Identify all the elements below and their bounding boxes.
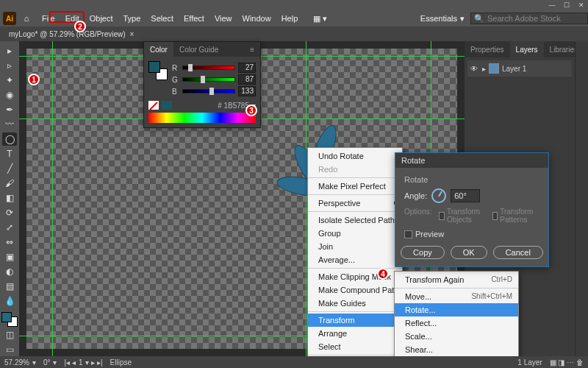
draw-mode-icon[interactable]: ◫ [2, 328, 17, 342]
value-b[interactable]: 133 [238, 86, 256, 96]
lasso-tool[interactable]: ◉ [2, 88, 17, 102]
value-r[interactable]: 27 [238, 63, 256, 73]
menu-type[interactable]: Type [118, 14, 146, 23]
menu-effect[interactable]: Effect [179, 14, 209, 23]
mi-group[interactable]: Group [308, 227, 402, 240]
disclosure-icon[interactable]: ▸ [482, 65, 486, 73]
mi-undo[interactable]: Undo Rotate [308, 149, 402, 163]
selection-tool[interactable]: ▸ [2, 44, 17, 57]
menu-object[interactable]: Object [85, 14, 118, 23]
layer-row[interactable]: 👁 ▸ Layer 1 [467, 60, 572, 77]
search-stock[interactable]: 🔍 Search Adobe Stock [470, 13, 588, 24]
annotation-badge-2: 2 [74, 21, 86, 32]
eraser-tool[interactable]: ◧ [2, 191, 17, 205]
curvature-tool[interactable]: 〰 [2, 118, 17, 131]
mi-perspective[interactable]: Perspective▸ [308, 197, 402, 210]
slider-r[interactable]: R 27 [172, 63, 256, 73]
close-icon[interactable]: × [130, 30, 135, 38]
arrange-docs-icon[interactable]: ▦ ▾ [313, 14, 327, 24]
tab-color-guide[interactable]: Color Guide [173, 42, 224, 57]
layer-name[interactable]: Layer 1 [502, 65, 526, 73]
status-bar: 57.29% ▾ 0° ▾ |◂ ◂ 1 ▾ ▸ ▸| Ellipse 1 La… [0, 356, 588, 368]
panel-menu-icon[interactable]: ≡ [244, 42, 260, 57]
menu-select[interactable]: Select [146, 14, 179, 23]
fill-swatch[interactable] [1, 312, 12, 322]
none-swatch[interactable] [148, 101, 159, 110]
menu-view[interactable]: View [209, 14, 237, 23]
tab-properties[interactable]: Properties [465, 41, 510, 57]
mi-shear[interactable]: Shear... [395, 343, 518, 356]
menu-file[interactable]: File [37, 14, 60, 23]
slider-g[interactable]: G 87 [172, 74, 256, 85]
paintbrush-tool[interactable]: 🖌 [2, 177, 17, 190]
mi-transform[interactable]: Transform▸ [308, 314, 402, 327]
layer-thumbnail [489, 63, 499, 74]
menu-help[interactable]: Help [276, 14, 304, 23]
mi-scale[interactable]: Scale... [395, 330, 518, 343]
rotate-dialog[interactable]: Rotate Rotate Angle: 60° Options: Transf… [395, 152, 549, 267]
mi-average[interactable]: Average... [308, 253, 402, 266]
home-icon[interactable]: ⌂ [21, 14, 32, 23]
mi-transform-again[interactable]: Transform AgainCtrl+D [395, 273, 518, 286]
workspace-switcher[interactable]: Essentials▾ [415, 14, 470, 24]
zoom-level[interactable]: 57.29% ▾ [4, 358, 36, 367]
options-label: Options: [404, 208, 431, 224]
mi-join[interactable]: Join [308, 240, 402, 253]
mi-arrange[interactable]: Arrange▸ [308, 327, 402, 340]
free-transform-tool[interactable]: ▣ [2, 250, 17, 263]
status-icons[interactable]: ▦ ◨ ⋯ 🗑 [550, 358, 584, 367]
angle-dial[interactable] [431, 188, 446, 203]
rotate-tool[interactable]: ⟳ [2, 206, 17, 219]
ok-button[interactable]: OK [451, 246, 487, 259]
color-panel[interactable]: Color Color Guide ≡ R 27 G 87 [143, 41, 261, 128]
direct-selection-tool[interactable]: ▹ [2, 59, 17, 72]
minimize-button[interactable]: — [548, 1, 556, 9]
fill-swatch[interactable] [148, 61, 160, 73]
maximize-button[interactable]: ☐ [563, 1, 570, 9]
cancel-button[interactable]: Cancel [493, 246, 543, 259]
spectrum-picker[interactable] [148, 113, 256, 123]
copy-button[interactable]: Copy [401, 246, 445, 259]
dialog-title[interactable]: Rotate [395, 153, 548, 168]
rotate-view[interactable]: 0° ▾ [43, 358, 57, 367]
gradient-tool[interactable]: ▤ [2, 280, 17, 293]
mi-rotate[interactable]: Rotate... [395, 303, 518, 316]
eyedropper-tool[interactable]: 💧 [2, 294, 17, 308]
scale-tool[interactable]: ⤢ [2, 221, 17, 234]
mi-pixel-perfect[interactable]: Make Pixel Perfect [308, 180, 402, 193]
collapsed-panel-strip[interactable] [575, 41, 588, 356]
current-color-swatch [162, 101, 172, 110]
type-tool[interactable]: T [2, 147, 17, 160]
close-button[interactable]: ✕ [578, 1, 585, 9]
shape-builder-tool[interactable]: ◐ [2, 265, 17, 278]
context-menu: Undo Rotate Redo Make Pixel Perfect Pers… [307, 147, 403, 368]
mi-compound-path[interactable]: Make Compound Path [308, 283, 402, 297]
preview-checkbox[interactable] [404, 230, 412, 238]
hex-value[interactable]: # 1B5785 [218, 102, 249, 110]
mi-isolate[interactable]: Isolate Selected Path [308, 213, 402, 227]
artboard-nav[interactable]: |◂ ◂ 1 ▾ ▸ ▸| [64, 358, 102, 367]
value-g[interactable]: 87 [238, 74, 256, 85]
visibility-icon[interactable]: 👁 [470, 65, 479, 73]
magic-wand-tool[interactable]: ✦ [2, 74, 17, 87]
mi-make-guides[interactable]: Make Guides [308, 297, 402, 310]
tab-color[interactable]: Color [144, 42, 173, 57]
angle-input[interactable]: 60° [451, 189, 480, 202]
fill-stroke-swatches[interactable] [1, 312, 18, 327]
mi-reflect[interactable]: Reflect... [395, 316, 518, 330]
menu-window[interactable]: Window [237, 14, 276, 23]
document-tab[interactable]: myLogo* @ 57.29% (RGB/Preview) × [4, 26, 138, 41]
mi-select[interactable]: Select▸ [308, 340, 402, 353]
guide[interactable] [306, 41, 306, 356]
pen-tool[interactable]: ✒ [2, 103, 17, 116]
mi-move[interactable]: Move...Shift+Ctrl+M [395, 290, 518, 303]
ellipse-tool[interactable]: ◯ [2, 132, 17, 146]
tab-layers[interactable]: Layers [510, 41, 544, 57]
screen-mode-icon[interactable]: ▭ [2, 343, 17, 356]
width-tool[interactable]: ⇔ [2, 236, 17, 249]
slider-b[interactable]: B 133 [172, 86, 256, 96]
color-swatches[interactable] [148, 61, 168, 80]
line-tool[interactable]: ╱ [2, 162, 17, 175]
checkbox-transform-patterns [492, 212, 498, 220]
guide[interactable] [52, 41, 53, 356]
